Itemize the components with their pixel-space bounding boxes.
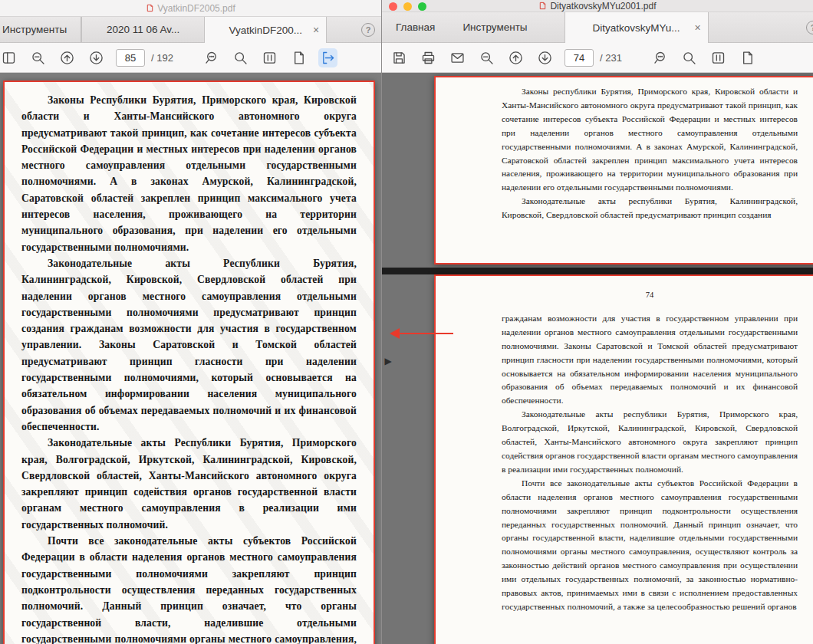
doc-tab-vyatkin[interactable]: VyatkinDF200... × — [204, 17, 327, 43]
panels-button[interactable] — [0, 48, 18, 67]
zoom-icon — [232, 50, 249, 66]
export-button[interactable] — [318, 48, 337, 67]
doc-tab-2020-11-06[interactable]: 2020 11 06 Av... — [81, 17, 204, 42]
page-total-label: / 231 — [600, 52, 622, 64]
thumbnails-icon — [262, 50, 278, 66]
page-down-button[interactable] — [87, 48, 106, 67]
left-tabbar: Инструменты 2020 11 06 Av... VyatkinDF20… — [0, 17, 381, 43]
help-button[interactable]: ? — [806, 21, 813, 34]
page-total-label: / 192 — [151, 52, 173, 64]
right-titlebar: DityatkovskyMYu2001.pdf — [382, 0, 813, 12]
pdf-page-85: Законы Республики Бурятия, Приморского к… — [3, 80, 375, 644]
pdf-paragraph: Законы республики Бурятия, Приморского к… — [502, 85, 798, 195]
left-document-view[interactable]: Законы Республики Бурятия, Приморского к… — [0, 73, 381, 644]
doc-tab-label: 2020 11 06 Av... — [107, 24, 179, 35]
thumbnails-button[interactable] — [709, 48, 728, 67]
doc-tab-label: VyatkinDF200... — [229, 25, 302, 36]
doc-tab-dityatkovsky[interactable]: DityatkovskyMYu... × — [564, 12, 709, 43]
save-icon — [391, 50, 407, 66]
menu-tab-tools[interactable]: Инструменты — [449, 12, 541, 42]
screen: VyatkinDF2005.pdf Инструменты 2020 11 06… — [0, 0, 813, 644]
doc-tab-label: DityatkovskyMYu... — [593, 22, 680, 34]
red-arrow-annotation — [387, 324, 456, 343]
page-view-button[interactable] — [738, 48, 757, 67]
pdf-paragraph: Законодательные акты Республики Бурятия,… — [21, 255, 357, 435]
zoom-button[interactable] — [680, 48, 699, 67]
close-tab-icon[interactable]: × — [313, 25, 319, 35]
right-tabbar: Главная Инструменты DityatkovskyMYu... ×… — [382, 12, 813, 43]
page-gap — [382, 268, 813, 274]
pdf-window-right: DityatkovskyMYu2001.pdf Главная Инструме… — [381, 0, 813, 644]
panels-icon — [1, 50, 17, 66]
pdf-paragraph: Почти все законодательные акты субъектов… — [21, 533, 357, 644]
pdf-page-74: 74 гражданам возможности для участия в г… — [434, 274, 813, 644]
page-view-button[interactable] — [289, 48, 308, 67]
email-button[interactable] — [448, 48, 467, 67]
window-title: DityatkovskyMYu2001.pdf — [538, 1, 656, 12]
zoom-button[interactable] — [231, 48, 250, 67]
search-icon — [652, 50, 668, 66]
page-down-icon — [537, 50, 553, 66]
pdf-paragraph: Почти все законодательные акты субъектов… — [502, 477, 798, 614]
page-view-icon — [739, 50, 755, 66]
page-number-input[interactable] — [116, 49, 145, 67]
zoom-out-icon — [30, 50, 46, 66]
page-up-icon — [59, 50, 75, 66]
right-toolbar: / 231 — [382, 43, 813, 73]
zoom-icon — [681, 50, 697, 66]
window-title-text: DityatkovskyMYu2001.pdf — [550, 1, 656, 12]
page-text: Законы Республики Бурятия, Приморского к… — [21, 92, 357, 644]
pdf-paragraph: гражданам возможности для участия в госу… — [502, 312, 798, 408]
window-title-text: VyatkinDF2005.pdf — [157, 3, 235, 14]
pdf-paragraph: Законодательные акты республики Бурятия,… — [502, 408, 798, 477]
page-number-input[interactable] — [564, 49, 594, 67]
zoom-out-button[interactable] — [477, 48, 496, 67]
search-button[interactable] — [202, 48, 221, 67]
pdf-page-73-bottom: Законы республики Бурятия, Приморского к… — [434, 76, 813, 264]
minimize-window-button[interactable] — [403, 2, 412, 11]
export-icon — [320, 50, 336, 66]
pdf-file-icon — [146, 3, 154, 13]
pdf-paragraph: Законодательные акты Республики Бурятия,… — [21, 435, 357, 533]
left-toolbar: / 192 — [0, 43, 381, 73]
email-icon — [449, 50, 466, 66]
search-button[interactable] — [650, 48, 670, 67]
page-text: Законы республики Бурятия, Приморского к… — [502, 85, 798, 222]
close-tab-icon[interactable]: × — [694, 22, 700, 33]
save-button[interactable] — [390, 48, 409, 67]
page-down-icon — [88, 50, 104, 66]
window-title: VyatkinDF2005.pdf — [146, 3, 235, 14]
page-up-button[interactable] — [506, 48, 525, 67]
pdf-paragraph: Законы Республики Бурятия, Приморского к… — [21, 92, 357, 255]
left-titlebar: VyatkinDF2005.pdf — [0, 0, 381, 17]
right-document-view[interactable]: Законы республики Бурятия, Приморского к… — [382, 73, 813, 644]
pdf-window-left: VyatkinDF2005.pdf Инструменты 2020 11 06… — [0, 0, 381, 644]
menu-tab-home[interactable]: Главная — [382, 12, 449, 42]
page-number-label: 74 — [502, 288, 798, 302]
page-up-button[interactable] — [58, 48, 77, 67]
menu-tab-tools[interactable]: Инструменты — [0, 17, 81, 42]
print-button[interactable] — [419, 48, 438, 67]
zoom-out-button[interactable] — [28, 48, 48, 67]
search-icon — [203, 50, 219, 66]
page-down-button[interactable] — [535, 48, 555, 67]
help-button[interactable]: ? — [361, 23, 375, 37]
traffic-lights — [389, 2, 426, 11]
page-view-icon — [291, 50, 307, 66]
pdf-paragraph: Законодательные акты республики Бурятия,… — [502, 195, 798, 222]
zoom-out-icon — [479, 50, 495, 66]
print-icon — [420, 50, 436, 66]
close-window-button[interactable] — [389, 2, 397, 11]
page-up-icon — [508, 50, 524, 66]
pdf-file-icon — [538, 1, 547, 11]
thumbnails-icon — [710, 50, 726, 66]
page-text: гражданам возможности для участия в госу… — [502, 312, 798, 614]
sidebar-reveal-icon[interactable]: ▶ — [383, 350, 393, 373]
thumbnails-button[interactable] — [260, 48, 279, 67]
maximize-window-button[interactable] — [418, 2, 426, 11]
